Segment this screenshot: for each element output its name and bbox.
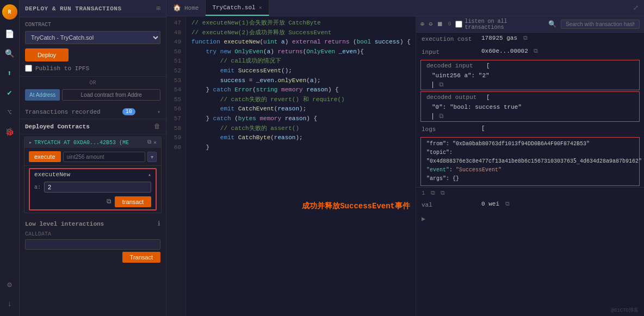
close-tab-icon[interactable]: ✕ (259, 4, 262, 11)
output-panel: ⊕ ⊖ ⏹ 0 listen on all transactions 🔍 exe… (416, 16, 644, 316)
app-logo: R (2, 4, 17, 20)
search-input[interactable] (561, 20, 640, 29)
panel-header: DEPLOY & RUN TRANSACTIONS ⊞ (20, 0, 166, 17)
copy-val-icon[interactable]: ⧉ (505, 201, 510, 207)
publish-ipfs-row: Publish to IPFS (25, 65, 160, 72)
listen-checkbox[interactable] (455, 21, 462, 28)
execute-chevron-button[interactable]: ▾ (147, 152, 157, 162)
execution-cost-value: 178925 gas ⧉ (481, 35, 639, 41)
nav-search-icon[interactable]: 🔍 (4, 48, 15, 59)
panel-menu-icon[interactable]: ⊞ (157, 4, 160, 13)
search-icon[interactable]: 🔍 (548, 20, 556, 28)
val-value: 0 wei ⧉ (481, 201, 639, 207)
instance-chevron-icon[interactable]: ▸ (29, 139, 32, 146)
load-button[interactable]: Load contract from Addre (62, 89, 160, 101)
input-row: input 0x60e...00002 ⧉ (416, 46, 644, 59)
deployed-contracts-header: Deployed Contracts 🗑 (20, 119, 166, 134)
nav-files-icon[interactable]: 📄 (4, 28, 15, 39)
panel-title: DEPLOY & RUN TRANSACTIONS (25, 5, 122, 12)
home-tab-label: Home (184, 5, 199, 11)
contract-label: CONTRACT (25, 22, 160, 28)
tab-home[interactable]: 🏠 Home (166, 0, 206, 16)
output-bottom-space: ▶ (416, 212, 644, 226)
calldata-input[interactable] (25, 239, 160, 250)
amount-input[interactable] (63, 152, 145, 162)
or-divider: OR (20, 80, 166, 86)
copy-log2-icon[interactable]: ⧉ (441, 190, 445, 196)
close-instance-icon[interactable]: ✕ (153, 139, 157, 146)
log-block: "from": "0xDa0bab80763df1013f94DD0B6A4F9… (420, 137, 640, 186)
tx-recorded-label: Transactions recorded (25, 109, 101, 115)
tx-count-badge: 10 (122, 108, 135, 115)
tabs-bar: 🏠 Home TryCatch.sol ✕ ⤢ (166, 0, 644, 16)
icon-strip: R 📄 🔍 ⬆ ✔ ⌥ 🐞 ⚙ ↓ (0, 0, 20, 316)
deployed-contracts-label: Deployed Contracts (25, 123, 90, 130)
execute-button[interactable]: execute (29, 151, 61, 162)
copy-execution-cost-icon[interactable]: ⧉ (523, 35, 528, 41)
listen-checkbox-row: listen on all transactions (455, 18, 544, 30)
log-inner: "from": "0xDa0bab80763df1013f94DD0B6A4F9… (421, 138, 639, 185)
low-level-info-icon[interactable]: ℹ (158, 220, 160, 228)
transact-button[interactable]: transact (115, 196, 151, 207)
log-event-line: "event": "SuccessEvent" (426, 166, 634, 175)
nav-deploy-icon[interactable]: ⬆ (4, 67, 15, 78)
contract-select[interactable]: TryCatch - TryCatch.sol (25, 31, 160, 44)
listen-label: listen on all transactions (465, 18, 544, 30)
log-args-line: "args": {} (426, 175, 634, 183)
trash-icon[interactable]: 🗑 (154, 122, 160, 131)
logs-row: logs [ (416, 123, 644, 136)
at-address-row: At Address Load contract from Addre (25, 89, 160, 101)
decoded-input-bracket: [ (486, 63, 634, 69)
copy-decoded-input-icon[interactable]: ⧉ (439, 81, 444, 89)
executeNew-header: executeNew ▴ (30, 169, 156, 180)
code-editor: 4748495051 5253545556 57585960 // execut… (166, 16, 416, 316)
output-content: execution cost 178925 gas ⧉ input 0x60e.… (416, 33, 644, 316)
decoded-input-label: decoded input (426, 63, 486, 69)
transact-row: ⧉ transact (30, 194, 156, 209)
executeNew-section: executeNew ▴ a: ⧉ transact (29, 168, 157, 210)
nav-debug-icon[interactable]: 🐞 (4, 126, 15, 137)
tab-trycatch[interactable]: TryCatch.sol ✕ (206, 0, 269, 16)
nav-git-icon[interactable]: ⌥ (4, 107, 15, 117)
stop-icon[interactable]: ⏹ (437, 20, 443, 28)
zoom-out-icon[interactable]: ⊖ (429, 20, 432, 28)
zoom-in-icon[interactable]: ⊕ (420, 20, 424, 28)
decoded-output-row: decoded output [ (421, 92, 639, 103)
param-a-input[interactable] (44, 182, 151, 193)
home-tab-icon: 🏠 (173, 4, 181, 12)
deploy-button[interactable]: Deploy (25, 48, 69, 61)
nav-settings-icon[interactable]: ⚙ (4, 279, 15, 290)
tx-chevron-icon[interactable]: ▾ (157, 109, 160, 115)
nav-bottom-icon[interactable]: ↓ (4, 299, 15, 309)
at-address-button[interactable]: At Address (25, 89, 60, 101)
execution-cost-label: execution cost (422, 35, 481, 42)
copy-calldata-icon[interactable]: ⧉ (107, 198, 112, 206)
instance-address: TRYCATCH AT 0XDA0...42B53 (ME (34, 140, 145, 146)
transact-low-button[interactable]: Transact (122, 252, 160, 263)
input-value: 0x60e...00002 ⧉ (481, 48, 639, 54)
code-content: // executeNew(1)会失败并开放 CatchByte // exec… (186, 16, 416, 316)
nav-check-icon[interactable]: ✔ (4, 87, 15, 98)
count-zero: 0 (448, 21, 451, 27)
decoded-output-block: decoded output [ "0": "bool: success tru… (420, 91, 640, 122)
contract-instance: ▸ TRYCATCH AT 0XDA0...42B53 (ME ⧉ ✕ exec… (24, 137, 162, 213)
left-panel: DEPLOY & RUN TRANSACTIONS ⊞ CONTRACT Try… (20, 0, 166, 316)
copy-address-icon[interactable]: ⧉ (147, 139, 151, 146)
copy-input-icon[interactable]: ⧉ (534, 48, 538, 54)
decoded-input-value: "uint256 a": "2" (421, 71, 639, 80)
low-level-section: Low level interactions ℹ CALLDATA Transa… (20, 215, 166, 267)
param-a-row: a: (30, 180, 156, 194)
instance-header: ▸ TRYCATCH AT 0XDA0...42B53 (ME ⧉ ✕ (24, 137, 161, 148)
decoded-output-value: "0": "bool: success true" (421, 103, 639, 111)
decoded-output-bracket: [ (486, 94, 634, 101)
watermark: @61CTO博客 (611, 307, 639, 314)
expand-icon[interactable]: ⤢ (628, 4, 644, 12)
val-row: val 0 wei ⧉ (416, 199, 644, 212)
tx-recorded-row: Transactions recorded 10 ▾ (20, 105, 166, 119)
calldata-label: CALLDATA (25, 231, 160, 237)
copy-decoded-output-icon[interactable]: ⧉ (439, 113, 444, 120)
publish-ipfs-checkbox[interactable] (25, 65, 32, 72)
copy-log-icon[interactable]: ⧉ (431, 190, 435, 196)
publish-ipfs-label: Publish to IPFS (35, 65, 89, 72)
executeNew-chevron-icon[interactable]: ▴ (148, 171, 151, 178)
